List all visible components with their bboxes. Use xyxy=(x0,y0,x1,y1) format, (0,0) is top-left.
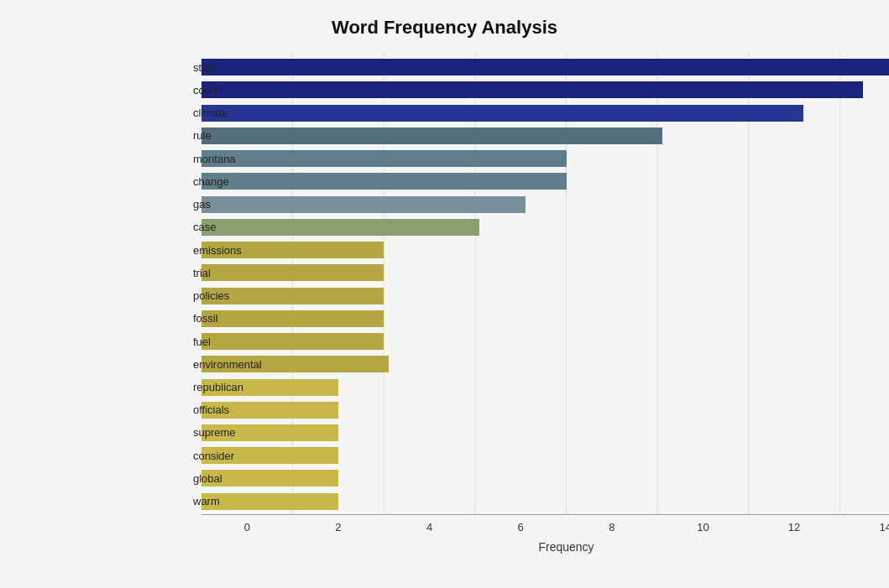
bar-fill xyxy=(201,219,479,236)
bar-label: consider xyxy=(193,450,201,462)
bar-fill xyxy=(201,264,384,281)
bar-label: trial xyxy=(193,267,201,279)
bar-row: fossil xyxy=(201,310,889,328)
bar-label: change xyxy=(193,175,201,188)
bar-fill xyxy=(201,310,384,327)
bar-fill xyxy=(201,196,526,213)
bar-label: environmental xyxy=(193,358,201,371)
bar-label: global xyxy=(193,472,201,485)
bar-row: trial xyxy=(201,263,889,282)
chart-title: Word Frequency Analysis xyxy=(50,17,839,39)
x-axis-tick-label: 10 xyxy=(657,521,749,533)
x-axis-title: Frequency xyxy=(201,540,889,554)
bar-label: montana xyxy=(193,153,201,165)
x-axis-tick-label: 6 xyxy=(475,521,567,533)
bar-row: consider xyxy=(201,446,889,465)
x-axis-tick-label: 2 xyxy=(293,521,384,533)
bar-fill xyxy=(201,105,803,122)
bar-label: warm xyxy=(193,495,201,507)
bar-row: case xyxy=(201,218,889,237)
bar-row: global xyxy=(201,469,889,487)
bar-label: supreme xyxy=(193,426,201,439)
bar-row: rule xyxy=(201,127,889,145)
bar-label: climate xyxy=(193,107,201,119)
bar-label: emissions xyxy=(193,244,201,257)
bar-row: montana xyxy=(201,149,889,168)
bar-label: rule xyxy=(193,129,201,142)
bar-row: state xyxy=(201,58,889,76)
bar-row: officials xyxy=(201,401,889,419)
bar-label: fuel xyxy=(193,336,201,348)
bar-row: fuel xyxy=(201,332,889,351)
x-axis-tick-label: 4 xyxy=(384,521,475,533)
chart-container: Word Frequency Analysis statecourtclimat… xyxy=(0,0,889,588)
x-axis-tick-label: 14 xyxy=(839,521,889,533)
bar-row: emissions xyxy=(201,241,889,259)
bar-row: supreme xyxy=(201,424,889,442)
bar-fill xyxy=(201,127,662,144)
bar-label: fossil xyxy=(193,312,201,325)
bar-label: court xyxy=(193,84,201,96)
bar-fill xyxy=(201,333,384,350)
bar-label: policies xyxy=(193,289,201,302)
bar-row: republican xyxy=(201,378,889,397)
bar-label: case xyxy=(193,221,201,233)
bar-fill xyxy=(201,59,889,75)
x-axis-tick-label: 12 xyxy=(749,521,840,533)
bar-fill xyxy=(201,150,567,167)
bar-fill xyxy=(201,81,863,98)
bar-label: officials xyxy=(193,403,201,416)
bar-row: environmental xyxy=(201,355,889,373)
bar-row: warm xyxy=(201,492,889,511)
bar-label: republican xyxy=(193,381,201,393)
bar-row: policies xyxy=(201,287,889,305)
bar-row: climate xyxy=(201,104,889,122)
x-axis-tick-label: 0 xyxy=(201,521,293,533)
bar-fill xyxy=(201,493,338,510)
bar-row: court xyxy=(201,81,889,99)
bar-label: state xyxy=(193,61,201,74)
x-axis-tick-label: 8 xyxy=(567,521,658,533)
bar-row: gas xyxy=(201,195,889,214)
bar-row: change xyxy=(201,172,889,190)
bar-fill xyxy=(201,173,567,190)
bar-label: gas xyxy=(193,198,201,211)
